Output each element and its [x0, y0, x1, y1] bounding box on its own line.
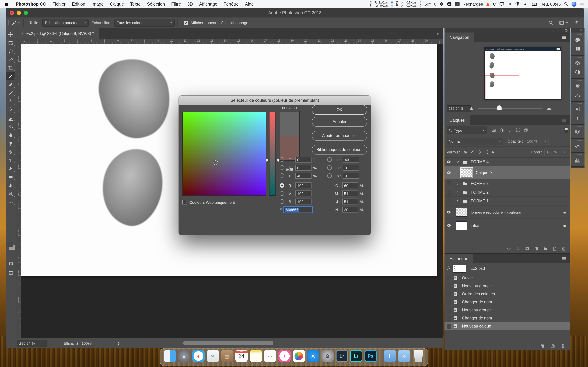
panel-icon-brush-settings[interactable]: [571, 128, 585, 137]
color-field-marker[interactable]: [214, 160, 218, 165]
history-step-ouvrir[interactable]: Ouvrir: [444, 274, 570, 282]
field-input-b[interactable]: 0: [343, 173, 359, 179]
filter-shape-layers-icon[interactable]: [516, 128, 520, 133]
spotlight-icon[interactable]: [564, 2, 568, 6]
visibility-well[interactable]: [444, 219, 453, 232]
tool-hand[interactable]: [6, 181, 15, 189]
zoom-slider-thumb[interactable]: [497, 105, 502, 110]
menu-selection[interactable]: Sélection: [144, 1, 168, 7]
navigator-zoom-field[interactable]: 285,94 %: [447, 105, 471, 111]
dock-app-mail[interactable]: ✉: [206, 350, 219, 364]
tab-calques[interactable]: Calques: [444, 115, 470, 125]
tool-type[interactable]: T: [6, 156, 15, 164]
fill-dropdown[interactable]: 100 %: [544, 148, 568, 156]
fan-icon[interactable]: ✻: [440, 1, 443, 7]
volume-icon[interactable]: [524, 1, 528, 7]
chevron-down-icon[interactable]: [18, 21, 21, 24]
group-chevron-icon[interactable]: [456, 200, 459, 202]
siri-icon[interactable]: [571, 1, 576, 7]
notes-dock-icon[interactable]: [250, 350, 262, 362]
navigator-preview[interactable]: EXERCICE 2 - MAÎTRISER SES COUPS DE PINC…: [484, 47, 562, 100]
workspace-icon[interactable]: [559, 20, 564, 25]
visibility-well[interactable]: [444, 179, 453, 188]
dock-app-corbeille[interactable]: [412, 350, 425, 364]
notification-center-icon[interactable]: [579, 1, 585, 7]
field-input-l[interactable]: 43: [343, 157, 359, 163]
history-source-well[interactable]: [444, 300, 453, 304]
history-source-well[interactable]: [444, 284, 453, 288]
apple-menu-icon[interactable]: [4, 1, 9, 7]
radio-r[interactable]: [280, 183, 284, 188]
sample-size-dropdown[interactable]: Echantillon ponctuel: [42, 19, 88, 26]
layer-style-icon[interactable]: fx: [516, 246, 520, 251]
segment-grip[interactable]: [571, 153, 585, 156]
radio-s[interactable]: [280, 165, 284, 170]
filter-pixel-layers-icon[interactable]: [491, 128, 496, 133]
bluetooth-icon[interactable]: [508, 2, 512, 6]
history-snapshot[interactable]: Ex2.psd: [444, 263, 570, 274]
dock-app-rappels[interactable]: ∙∙∙: [263, 350, 277, 364]
eye-icon[interactable]: [446, 170, 451, 175]
tool-marquee[interactable]: [6, 38, 15, 47]
history-source-well[interactable]: [444, 324, 453, 328]
layer-row-forme-2[interactable]: FORME 2: [444, 188, 570, 197]
tab-overflow-icon[interactable]: [436, 32, 440, 36]
ps-dock-icon[interactable]: Ps: [364, 350, 377, 362]
field-input-s[interactable]: 0: [295, 165, 311, 171]
field-input-c[interactable]: 60: [342, 183, 358, 188]
new-adjustment-icon[interactable]: [534, 246, 539, 251]
dock-app-photos[interactable]: [292, 350, 305, 364]
vlc-cone-icon[interactable]: [486, 2, 490, 6]
field-input-l[interactable]: 40: [295, 173, 311, 179]
group-chevron-icon[interactable]: [456, 182, 459, 185]
mail-dock-icon[interactable]: ✉: [207, 350, 219, 362]
menu-affichage[interactable]: Affichage: [196, 1, 221, 7]
radio-l[interactable]: [280, 173, 284, 178]
dock-app-dossier-partage[interactable]: ❖: [398, 350, 411, 364]
c-app-icon[interactable]: C: [493, 1, 496, 7]
menu-bar-clock[interactable]: Jeu. 08:46: [541, 1, 561, 7]
segment-grip[interactable]: [571, 56, 585, 58]
blend-mode-dropdown[interactable]: Normal: [447, 138, 503, 145]
dock-app-calendrier[interactable]: MAI24: [235, 350, 248, 364]
eye-empty[interactable]: [446, 190, 451, 194]
lock-transparency-icon[interactable]: [463, 150, 467, 154]
sample-layers-dropdown[interactable]: Tous les calques: [114, 19, 175, 26]
dock-app-contacts[interactable]: ▤: [220, 350, 234, 364]
menu-fenetre[interactable]: Fenêtre: [221, 1, 242, 7]
menu-image[interactable]: Image: [88, 1, 107, 7]
panel-icon-styles[interactable]: [571, 82, 585, 91]
folder-dl-dock-icon[interactable]: ⬇: [384, 350, 396, 362]
panel-menu-icon[interactable]: [562, 256, 567, 261]
dock-app-itunes[interactable]: ♪: [278, 350, 291, 364]
field-input-t[interactable]: 0: [295, 157, 311, 163]
radio-b[interactable]: [327, 173, 332, 178]
delete-state-icon[interactable]: [561, 343, 565, 348]
layer-row-formes-a-reproduire-couleurs[interactable]: formes à reproduire + couleurs: [444, 206, 570, 219]
color-field[interactable]: [182, 112, 266, 196]
tool-history-brush[interactable]: [6, 106, 15, 114]
eye-icon[interactable]: [446, 159, 451, 164]
dock-app-lightroom-cc[interactable]: Lr: [349, 350, 363, 364]
dock-app-app-store[interactable]: A: [306, 350, 320, 364]
quick-mask-icon[interactable]: [8, 261, 13, 266]
search-icon[interactable]: [548, 20, 553, 25]
tab-navigation[interactable]: Navigation: [444, 33, 474, 42]
button-annuler[interactable]: Annuler: [312, 117, 367, 126]
panel-icon-swatches[interactable]: [571, 44, 585, 53]
panel-icon-brushes[interactable]: [571, 142, 585, 151]
tool-blur[interactable]: [6, 131, 15, 139]
photos-dock-icon[interactable]: [293, 350, 305, 362]
layer-thumbnail[interactable]: [456, 220, 467, 230]
appstore-dock-icon[interactable]: A: [307, 350, 319, 362]
radio-b[interactable]: [280, 199, 284, 204]
panel-icon-color[interactable]: [571, 35, 585, 44]
field-input-r[interactable]: 102: [295, 183, 311, 188]
filter-toggle[interactable]: [564, 127, 568, 133]
visibility-well[interactable]: [444, 158, 453, 166]
new-layer-icon[interactable]: [552, 246, 557, 251]
dock-app-preferences-systeme[interactable]: ⚙: [321, 350, 334, 364]
new-group-icon[interactable]: [543, 246, 548, 251]
launchpad-dock-icon[interactable]: ▲: [178, 350, 190, 362]
link-layers-icon[interactable]: [507, 246, 511, 251]
